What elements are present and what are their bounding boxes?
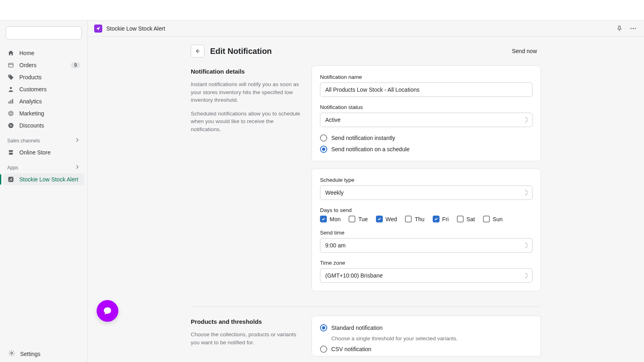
sales-channels-header[interactable]: Sales channels bbox=[3, 132, 84, 146]
divider bbox=[191, 306, 541, 307]
svg-rect-3 bbox=[10, 100, 11, 104]
gear-icon bbox=[8, 350, 15, 358]
page-title-row: Edit Notification Send now bbox=[191, 45, 541, 58]
notification-name-input[interactable] bbox=[320, 82, 533, 97]
more-button[interactable] bbox=[629, 24, 638, 33]
day-label: Tue bbox=[358, 216, 368, 222]
nav-marketing[interactable]: Marketing bbox=[3, 107, 84, 119]
send-time-select[interactable]: 9:00 am bbox=[320, 238, 533, 253]
nav-stockie-app[interactable]: Stockie Low Stock Alert bbox=[3, 173, 84, 185]
nav-products[interactable]: Products bbox=[3, 71, 84, 83]
svg-point-9 bbox=[11, 126, 12, 127]
chevron-right-icon bbox=[74, 164, 80, 171]
tag-icon bbox=[7, 74, 14, 81]
name-label: Notification name bbox=[320, 74, 533, 80]
stockie-app-icon bbox=[94, 25, 102, 33]
nav-label: Marketing bbox=[19, 110, 44, 117]
svg-point-6 bbox=[10, 112, 12, 115]
nav-label: Online Store bbox=[19, 149, 51, 156]
details-card: Notification name Notification status Ac… bbox=[312, 66, 541, 161]
svg-point-14 bbox=[635, 28, 636, 29]
day-checkbox-mon[interactable]: Mon bbox=[320, 216, 341, 222]
day-label: Thu bbox=[415, 216, 424, 222]
products-thresholds-section: Products and thresholds Choose the colle… bbox=[191, 316, 541, 362]
day-checkbox-thu[interactable]: Thu bbox=[405, 216, 424, 222]
day-checkbox-tue[interactable]: Tue bbox=[349, 216, 368, 222]
nav-customers[interactable]: Customers bbox=[3, 83, 84, 95]
nav-orders[interactable]: Orders 9 bbox=[3, 59, 84, 71]
day-checkbox-sun[interactable]: Sun bbox=[483, 216, 503, 222]
chat-fab[interactable] bbox=[97, 300, 118, 322]
checkbox-icon bbox=[349, 216, 355, 222]
top-strip bbox=[0, 0, 644, 21]
schedule-card: Schedule type Weekly Days to send MonTue… bbox=[312, 169, 541, 291]
radio-schedule[interactable]: Send notification on a schedule bbox=[320, 146, 533, 153]
nav-settings[interactable]: Settings bbox=[3, 346, 84, 362]
radio-instant[interactable]: Send notification instantly bbox=[320, 134, 533, 142]
radio-csv-notification[interactable]: CSV notification bbox=[320, 346, 533, 353]
app-header: Stockie Low Stock Alert bbox=[88, 21, 644, 37]
days-row: MonTueWedThuFriSatSun bbox=[320, 216, 533, 222]
svg-rect-4 bbox=[12, 99, 13, 103]
orders-icon bbox=[7, 62, 14, 69]
search-input[interactable] bbox=[6, 26, 82, 40]
svg-rect-0 bbox=[8, 63, 13, 67]
apps-header[interactable]: Apps bbox=[3, 158, 84, 173]
target-icon bbox=[7, 110, 14, 117]
days-label: Days to send bbox=[320, 207, 533, 213]
radio-standard-notification[interactable]: Standard notification bbox=[320, 324, 533, 331]
pin-button[interactable] bbox=[615, 24, 624, 33]
day-checkbox-sat[interactable]: Sat bbox=[457, 216, 475, 222]
section-title: Products and thresholds bbox=[191, 318, 303, 325]
timezone-label: Time zone bbox=[320, 260, 533, 266]
timezone-select[interactable]: (GMT+10:00) Brisbane bbox=[320, 268, 533, 283]
checkbox-icon bbox=[376, 216, 383, 222]
discount-icon bbox=[7, 122, 14, 129]
day-label: Wed bbox=[386, 216, 397, 222]
status-select[interactable]: Active bbox=[320, 113, 533, 127]
checkbox-icon bbox=[320, 216, 327, 222]
app-icon bbox=[7, 176, 14, 183]
svg-point-12 bbox=[630, 28, 632, 29]
send-time-label: Send time bbox=[320, 230, 533, 236]
section-desc: Choose the collections, products or vari… bbox=[191, 331, 303, 346]
day-checkbox-wed[interactable]: Wed bbox=[376, 216, 397, 222]
back-button[interactable] bbox=[191, 45, 204, 58]
notification-details-section: Notification details Instant notificatio… bbox=[191, 66, 541, 298]
radio-icon bbox=[320, 146, 327, 153]
radio-icon bbox=[320, 134, 327, 142]
checkbox-icon bbox=[433, 216, 440, 222]
schedule-type-label: Schedule type bbox=[320, 177, 533, 183]
nav-discounts[interactable]: Discounts bbox=[3, 119, 84, 132]
nav-label: Home bbox=[19, 50, 34, 56]
standard-desc: Choose a single threshold for your selec… bbox=[331, 335, 533, 341]
nav-label: Products bbox=[19, 74, 41, 80]
day-label: Sat bbox=[466, 216, 475, 222]
radio-icon bbox=[320, 324, 327, 331]
store-icon bbox=[7, 149, 14, 156]
page-title: Edit Notification bbox=[210, 47, 272, 56]
schedule-type-select[interactable]: Weekly bbox=[320, 185, 533, 200]
nav-home[interactable]: Home bbox=[3, 47, 84, 59]
status-label: Notification status bbox=[320, 104, 533, 110]
nav-label: Stockie Low Stock Alert bbox=[19, 176, 78, 183]
day-label: Mon bbox=[330, 216, 341, 222]
checkbox-icon bbox=[457, 216, 464, 222]
app-name: Stockie Low Stock Alert bbox=[106, 25, 165, 32]
nav-label: Settings bbox=[20, 351, 41, 357]
day-label: Fri bbox=[442, 216, 449, 222]
content-area: Edit Notification Send now Notification … bbox=[88, 37, 644, 362]
send-now-button[interactable]: Send now bbox=[508, 45, 541, 57]
day-label: Sun bbox=[493, 216, 503, 222]
svg-point-5 bbox=[8, 111, 13, 115]
nav-analytics[interactable]: Analytics bbox=[3, 95, 84, 107]
section-desc: Instant notifications will notify you as… bbox=[191, 80, 303, 104]
nav-label: Customers bbox=[19, 86, 47, 93]
svg-point-1 bbox=[10, 87, 12, 89]
analytics-icon bbox=[7, 98, 14, 105]
nav-online-store[interactable]: Online Store bbox=[3, 146, 84, 158]
day-checkbox-fri[interactable]: Fri bbox=[433, 216, 449, 222]
section-title: Notification details bbox=[191, 68, 303, 75]
svg-rect-2 bbox=[8, 101, 9, 104]
checkbox-icon bbox=[483, 216, 490, 222]
